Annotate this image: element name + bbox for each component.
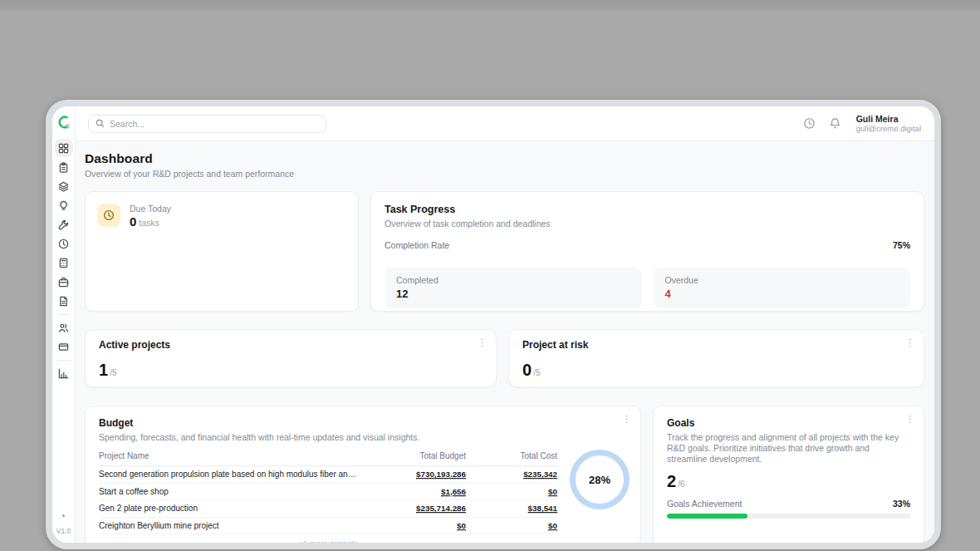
budget-donut-chart: 28% [570,450,630,509]
sidebar-item-tasks[interactable] [55,158,73,176]
total-cost-value[interactable]: $0 [548,487,557,497]
total-cost-cell: $0 [466,521,557,530]
history-clock-button[interactable] [803,117,816,130]
goals-title: Goals [667,417,910,429]
project-at-risk-menu-button[interactable]: ⋮ [905,337,914,347]
search-input[interactable] [110,119,319,129]
total-cost-value[interactable]: $38,541 [528,504,557,514]
dashboard-grid-icon [58,143,69,154]
total-budget-cell: $1,656 [366,487,466,496]
topbar: Guli Meira guli@creme.digital [76,106,934,141]
project-at-risk-card: Project at risk ⋮ 0/5 [508,329,924,387]
creme-logo-icon [56,115,71,130]
status-dot [62,514,65,517]
project-at-risk-title: Project at risk [522,339,912,351]
app-window: V1.0 Guli Meira guli@creme.digital [46,100,941,549]
dashboard-content: Dashboard Overview of your R&D projects … [76,141,934,543]
goals-achievement-bar [667,514,910,519]
sidebar-divider [57,314,71,315]
briefcase-icon [58,277,69,288]
completion-rate-value: 75% [893,240,910,250]
table-row: Creighton Beryllium mine project$0$0 [99,518,557,535]
budget-table-body: Second generation propulsion plate based… [99,466,557,534]
clipboard-icon [58,162,69,173]
sidebar-item-calculator[interactable] [55,253,73,272]
active-projects-total: /5 [110,368,116,377]
goals-total: /6 [678,480,684,489]
bell-icon [829,117,841,130]
project-at-risk-value: 0 [522,361,532,379]
notifications-button[interactable] [829,117,841,130]
sidebar-item-tools[interactable] [55,215,73,234]
column-total-budget: Total Budget [366,451,466,460]
total-budget-value[interactable]: $1,656 [441,487,466,497]
sidebar-item-analytics[interactable] [55,364,73,382]
active-projects-value: 1 [99,361,108,379]
users-icon [58,322,69,333]
search-icon [96,119,105,128]
total-cost-cell: $235,342 [466,470,557,479]
page-subtitle: Overview of your R&D projects and team p… [85,169,924,179]
sidebar-item-portfolio[interactable] [55,273,73,291]
due-today-card[interactable]: Due Today 0tasks [85,191,359,312]
page-title: Dashboard [85,151,924,166]
total-budget-value[interactable]: $235,714.286 [416,504,466,514]
goals-menu-button[interactable]: ⋮ [905,414,914,424]
lightbulb-icon [58,200,69,211]
credit-card-icon [58,342,69,352]
layers-icon [58,181,69,192]
project-name-cell: Gen 2 plate pre-production [99,504,366,513]
total-budget-value[interactable]: $730,193.286 [416,470,466,480]
budget-menu-button[interactable]: ⋮ [622,414,631,424]
project-at-risk-total: /5 [533,368,540,377]
user-name: Guli Meira [856,114,921,124]
search-box[interactable] [88,115,326,133]
budget-table-header: Project Name Total Budget Total Cost [99,451,557,466]
due-today-label: Due Today [130,204,171,214]
overdue-label: Overdue [665,275,899,285]
due-today-unit: tasks [139,218,159,228]
sidebar-item-dashboard[interactable] [55,139,73,157]
task-progress-subtitle: Overview of task completion and deadline… [385,219,910,229]
completed-label: Completed [396,275,630,285]
table-row: Second generation propulsion plate based… [99,466,557,484]
overdue-value: 4 [665,288,899,300]
goals-achievement-label: Goals Achievement [667,499,742,509]
bar-chart-icon [58,368,69,379]
sidebar-item-ideas[interactable] [55,196,73,214]
goals-achievement-bar-fill [667,514,747,519]
active-projects-card: Active projects ⋮ 1/5 [85,329,497,387]
due-today-value: 0 [130,214,136,229]
user-menu[interactable]: Guli Meira guli@creme.digital [856,114,921,133]
budget-table: Project Name Total Budget Total Cost Sec… [99,451,557,534]
clock-icon [58,239,69,249]
active-projects-title: Active projects [99,339,484,351]
overdue-stat-box: Overdue 4 [654,268,911,308]
sidebar-item-projects[interactable] [55,177,73,195]
project-name-cell: Creighton Beryllium mine project [99,521,366,530]
project-name-cell: Second generation propulsion plate based… [99,470,366,479]
total-budget-value[interactable]: $0 [457,521,466,531]
task-progress-title: Task Progress [385,204,910,215]
wrench-icon [58,219,69,230]
budget-subtitle: Spending, forecasts, and financial healt… [99,432,627,442]
budget-donut-value: 28% [589,474,610,486]
app-version: V1.0 [56,527,71,535]
total-cost-cell: $38,541 [466,504,557,513]
goals-subtitle: Track the progress and alignment of all … [667,432,910,465]
sidebar-item-time[interactable] [55,234,73,253]
due-today-icon-box [97,204,120,227]
active-projects-menu-button[interactable]: ⋮ [478,337,487,347]
more-projects-link[interactable]: +1 more projects [99,539,557,543]
total-cost-value[interactable]: $0 [548,521,557,531]
sidebar-item-documents[interactable] [55,292,73,310]
completion-rate-label: Completion Rate [385,240,449,250]
clock-icon [103,209,115,221]
budget-card: Budget ⋮ Spending, forecasts, and financ… [85,406,641,543]
total-cost-value[interactable]: $235,342 [523,470,557,480]
calculator-icon [58,258,69,268]
goals-value: 2 [667,472,676,490]
sidebar-item-billing[interactable] [55,337,73,356]
sidebar-item-team[interactable] [55,318,73,337]
column-project-name: Project Name [99,451,366,460]
